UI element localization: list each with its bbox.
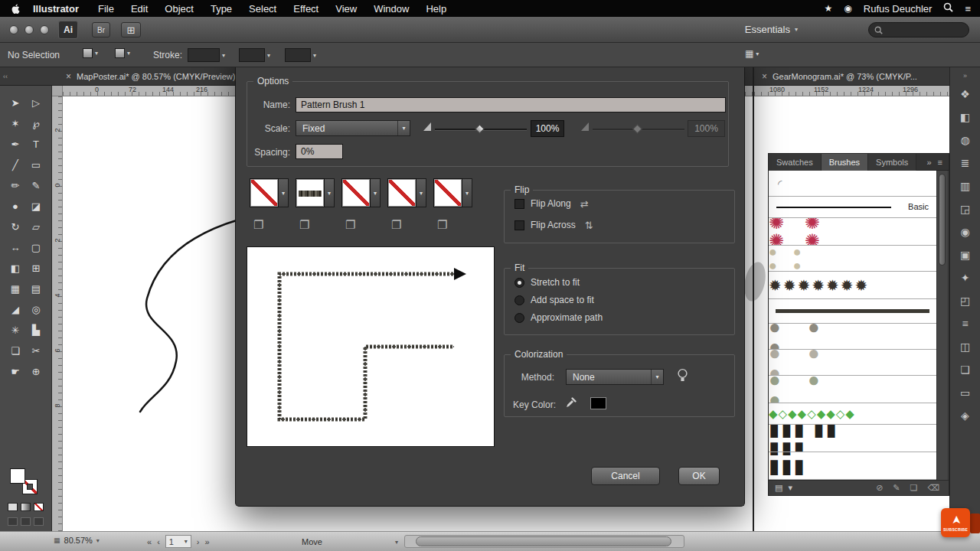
document-tab-gearmonogram[interactable]: GearMonogram.ai* @ 73% (CMYK/P...	[773, 72, 917, 81]
expand-dock-icon[interactable]: »	[963, 67, 967, 83]
pathfinder-panel-icon[interactable]: ◫	[950, 335, 980, 358]
document-tab-mapposter[interactable]: MapPoster.ai* @ 80.57% (CMYK/Preview)	[77, 72, 235, 81]
checkbox[interactable]	[514, 199, 524, 209]
brush-scatter-pods[interactable]: ● ● ● ●	[769, 246, 936, 272]
spacing-input[interactable]: 0%	[296, 144, 343, 159]
window-close-button[interactable]	[9, 25, 18, 34]
free-transform-tool[interactable]: ▢	[26, 238, 47, 256]
brush-scatter-stones-3[interactable]: ● ● ●	[769, 376, 936, 403]
options-of-selected-icon[interactable]: ✎	[893, 483, 900, 493]
star-icon[interactable]: ★	[825, 3, 833, 14]
new-brush-icon[interactable]: ❏	[910, 483, 918, 493]
brush-item-partial[interactable]: ◜	[769, 171, 936, 197]
subscribe-overlay[interactable]: ➤ SUBSCRIBE	[941, 508, 970, 537]
brush-libraries-icon[interactable]: ▤	[775, 483, 782, 493]
drawn-path-artwork[interactable]	[115, 184, 253, 421]
document-setup-widget[interactable]: ▦ ▾	[745, 48, 759, 59]
lasso-tool[interactable]: ℘	[26, 114, 47, 132]
hand-tool[interactable]: ☛	[5, 362, 26, 380]
remove-brush-stroke-icon[interactable]: ⊘	[876, 483, 883, 493]
magic-wand-tool[interactable]: ✶	[5, 114, 26, 132]
brush-tile-4[interactable]	[387, 178, 416, 207]
radio-button[interactable]	[514, 278, 524, 288]
width-tool[interactable]: ↔	[5, 238, 26, 256]
artboard-tool[interactable]: ❏	[5, 341, 26, 360]
zoom-tool[interactable]: ⊕	[26, 362, 47, 380]
brush-pattern-diamonds[interactable]: ◆◇◆◆◇◆◆◇◆	[769, 403, 936, 425]
menu-item[interactable]: Select	[240, 3, 285, 15]
stroke-panel-icon[interactable]: ≣	[950, 152, 980, 174]
checkbox[interactable]	[514, 220, 524, 230]
next-artboard-button[interactable]: ›	[197, 537, 200, 546]
fit-add-space-radio[interactable]: Add space to fit	[514, 294, 603, 306]
scrollbar-thumb[interactable]	[939, 174, 946, 266]
flip-across-checkbox[interactable]: Flip Across ⇅	[514, 218, 593, 232]
delete-brush-icon[interactable]: ⌫	[927, 483, 939, 493]
fit-approximate-radio[interactable]: Approximate path	[514, 311, 603, 324]
brush-scatter-flowers[interactable]: ✺ ✺ ✺ ✺	[769, 218, 936, 246]
artboards-panel-icon[interactable]: ▭	[950, 381, 980, 404]
kuler-panel-icon[interactable]: ❖	[950, 83, 980, 106]
fill-color-widget[interactable]: ▾	[83, 48, 98, 58]
apple-menu[interactable]	[0, 3, 30, 15]
flip-along-checkbox[interactable]: Flip Along ⇄	[514, 197, 593, 210]
brush-art-bamboo-upper[interactable]: ▮▮▮ ▮▮ ▮▮▮	[769, 425, 936, 452]
tab-symbols[interactable]: Symbols	[868, 154, 916, 171]
pencil-tool[interactable]: ✎	[26, 176, 47, 194]
brush-tile-2[interactable]	[296, 178, 325, 207]
spotlight-icon[interactable]	[943, 2, 953, 15]
eyedropper-tool[interactable]: ◢	[5, 300, 26, 318]
shape-builder-tool[interactable]: ◧	[5, 259, 26, 277]
stroke-weight-stepper[interactable]: ▾	[188, 48, 225, 62]
perspective-grid-tool[interactable]: ⊞	[26, 259, 47, 277]
menu-item[interactable]: Effect	[285, 3, 327, 15]
status-menu-caret-icon[interactable]: ▾	[395, 539, 398, 546]
transparency-panel-icon[interactable]: ◲	[950, 197, 980, 220]
brush-pattern-line[interactable]	[769, 299, 936, 324]
previous-artboard-button[interactable]: ‹	[157, 537, 160, 546]
creative-cloud-icon[interactable]: ◉	[844, 3, 851, 14]
notification-center-icon[interactable]: ≡	[965, 3, 971, 15]
draw-normal-button[interactable]	[8, 517, 18, 526]
close-icon[interactable]: ×	[58, 71, 77, 82]
brush-libraries-caret-icon[interactable]: ▾	[788, 483, 792, 493]
navigator-panel-icon[interactable]: ◈	[950, 404, 980, 427]
cancel-button[interactable]: Cancel	[591, 467, 660, 485]
gradient-button[interactable]	[21, 503, 31, 511]
none-button[interactable]	[34, 503, 44, 511]
app-search-input[interactable]	[868, 22, 969, 37]
window-minimize-button[interactable]	[24, 25, 34, 34]
scrollbar-thumb[interactable]	[416, 536, 671, 546]
variable-width-dropdown[interactable]: ▾	[239, 48, 270, 62]
brush-item-basic[interactable]: Basic	[769, 197, 936, 218]
colorization-tips-icon[interactable]	[677, 368, 688, 385]
panel-scrollbar[interactable]	[936, 171, 947, 481]
last-artboard-button[interactable]: »	[204, 537, 209, 546]
brush-art-thorn[interactable]: ✹✹✹✹✹✹✹	[769, 272, 936, 299]
direct-selection-tool[interactable]: ▷	[26, 93, 47, 112]
brush-tile-1[interactable]	[250, 178, 279, 207]
brush-tile-5[interactable]	[433, 178, 462, 207]
horizontal-scrollbar[interactable]	[404, 535, 684, 548]
close-icon[interactable]: ×	[754, 71, 773, 82]
tile-dropdown-caret[interactable]: ▾	[279, 178, 289, 207]
blend-tool[interactable]: ◎	[26, 300, 47, 318]
brush-definition-dropdown[interactable]: ▾	[285, 48, 316, 62]
workspace-switcher[interactable]: Essentials ▾	[745, 24, 798, 35]
brush-scatter-stones-1[interactable]: ● ● ●	[769, 324, 936, 350]
zoom-widget[interactable]: ▦ 80.57% ▾	[54, 536, 100, 545]
stroke-color-widget[interactable]: ▾	[115, 48, 130, 58]
brush-scatter-stones-2[interactable]: ● ● ●	[769, 350, 936, 376]
tile-dropdown-caret[interactable]: ▾	[416, 178, 426, 207]
slice-tool[interactable]: ✂	[26, 341, 47, 360]
tab-brushes[interactable]: Brushes	[822, 154, 868, 171]
window-zoom-button[interactable]	[40, 25, 49, 34]
selection-tool[interactable]: ➤	[5, 93, 26, 112]
bridge-button[interactable]: Br	[92, 22, 110, 37]
ok-button[interactable]: OK	[678, 467, 720, 485]
menu-item[interactable]: View	[327, 3, 365, 15]
scale-tool[interactable]: ▱	[26, 217, 47, 236]
stroke-weight-field[interactable]	[188, 48, 220, 62]
collapse-tools-icon[interactable]: ‹‹	[3, 73, 8, 80]
artboard-number-select[interactable]: 1 ▾	[165, 535, 191, 548]
